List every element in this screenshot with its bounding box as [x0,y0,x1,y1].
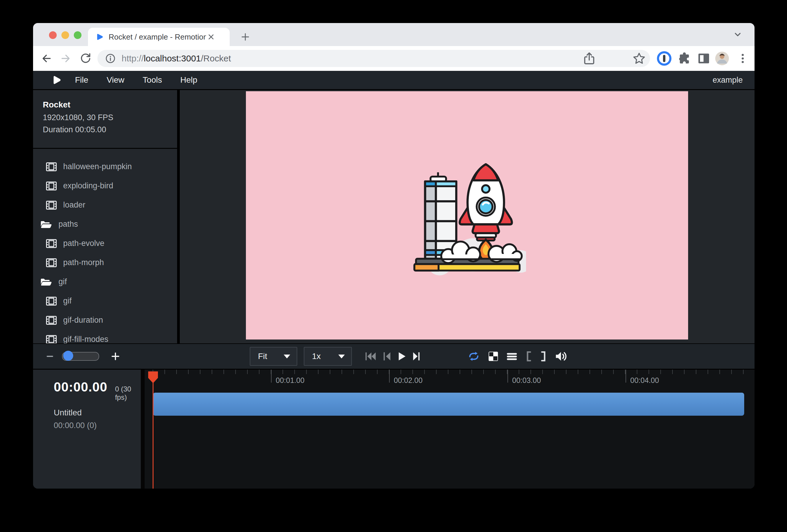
close-window-button[interactable] [49,31,57,39]
tab-title: Rocket / example - Remotion P [109,33,206,42]
new-tab-button[interactable] [238,29,253,44]
composition-item[interactable]: path-morph [33,253,177,272]
film-icon [46,182,57,190]
loop-toggle-icon[interactable] [468,351,480,361]
ruler-label: 00:02.00 [394,376,422,385]
track-name: Untitled [54,408,141,418]
playhead-line[interactable] [153,372,153,489]
tab-search-chevron-icon[interactable] [733,30,743,39]
composition-label: path-evolve [63,239,105,248]
composition-item[interactable]: gif [33,291,177,311]
film-icon [46,258,57,267]
chevron-down-icon [338,355,345,358]
in-point-icon[interactable] [526,351,532,362]
volume-icon[interactable] [555,351,567,362]
address-bar[interactable]: http://localhost:3001/Rocket [98,50,650,67]
folder-open-icon [40,278,52,286]
avatar-icon [715,51,730,66]
zoom-slider-thumb[interactable] [63,351,73,361]
transparency-checkerboard-icon[interactable] [488,351,498,361]
previous-frame-icon[interactable] [383,352,391,361]
fullscreen-window-button[interactable] [74,31,82,39]
site-info-icon[interactable] [105,52,116,64]
skip-to-start-icon[interactable] [365,352,377,361]
composition-list: halloween-pumpkin exploding-bird loader [33,149,177,343]
composition-label: path-morph [63,258,104,267]
film-icon [46,297,57,305]
browser-menu-button[interactable] [737,46,749,71]
side-panel-button[interactable] [697,46,711,71]
minimize-window-button[interactable] [61,31,69,39]
transport-controls [365,344,421,369]
composition-label: gif-duration [63,316,103,325]
timeline-divider [141,370,145,489]
remotion-favicon-icon [95,33,104,41]
ruler-tick [625,370,626,383]
timeline-zoom-slider[interactable] [62,352,99,361]
timeline-track-bar[interactable] [153,393,744,416]
menu-view[interactable]: View [107,75,124,85]
bookmark-button[interactable] [632,46,646,71]
composition-item[interactable]: exploding-bird [33,176,177,195]
share-button[interactable] [583,46,596,71]
composition-canvas[interactable] [246,91,688,340]
onepassword-icon [657,51,672,66]
menu-file[interactable]: File [75,75,88,85]
back-icon[interactable] [41,52,52,65]
browser-tab[interactable]: Rocket / example - Remotion P [88,28,230,46]
composition-duration: Duration 00:05.00 [43,125,177,134]
timeline-zoom-controls [45,344,121,369]
url-path: /Rocket [201,54,231,63]
composition-resolution: 1920x1080, 30 FPS [43,113,177,122]
composition-folder[interactable]: paths [33,215,177,234]
folder-open-icon [40,220,52,229]
timeline-ruler[interactable] [153,370,754,374]
timeline-tracks-icon[interactable] [507,352,517,361]
chevron-down-icon [284,355,290,358]
plus-icon [240,32,250,42]
composition-item[interactable]: loader [33,195,177,215]
tab-strip: Rocket / example - Remotion P [33,23,754,46]
app-menubar: File View Tools Help example [33,71,754,90]
profile-avatar[interactable] [715,46,730,71]
composition-item[interactable]: path-evolve [33,234,177,253]
player-toggle-controls [468,344,567,369]
menu-help[interactable]: Help [180,75,197,85]
composition-item[interactable]: gif-fill-modes [33,330,177,343]
menu-tools[interactable]: Tools [143,75,162,85]
out-point-icon[interactable] [540,351,547,362]
composition-folder[interactable]: gif [33,272,177,291]
reload-icon[interactable] [79,52,92,65]
browser-toolbar: http://localhost:3001/Rocket [33,46,754,71]
timeline-info-panel: 00:00.00 0 (30 fps) Untitled 00:00.00 (0… [33,370,141,489]
zoom-in-icon[interactable] [110,351,121,362]
track-range: 00:00.00 (0) [54,421,141,430]
next-frame-icon[interactable] [412,352,421,361]
forward-icon[interactable] [60,52,71,65]
current-frame-info: 0 (30 fps) [115,385,141,402]
composition-label: loader [63,200,85,210]
film-icon [46,239,57,248]
ruler-label: 00:04.00 [630,376,659,385]
side-panel-icon [697,51,711,66]
share-icon [583,51,596,66]
remotion-logo-icon[interactable] [52,75,61,85]
composition-item[interactable]: halloween-pumpkin [33,157,177,176]
url-text: http://localhost:3001/Rocket [122,54,231,63]
play-icon[interactable] [397,352,406,361]
tab-close-icon[interactable] [207,33,215,41]
onepassword-extension-button[interactable] [657,46,672,71]
canvas-size-select[interactable]: Fit [250,344,297,369]
composition-item[interactable]: gif-duration [33,311,177,330]
extensions-button[interactable] [677,46,692,71]
playback-speed-select[interactable]: 1x [304,344,352,369]
size-select-value: Fit [258,352,284,361]
zoom-out-icon[interactable] [45,351,55,361]
current-timecode: 00:00.00 [54,380,107,395]
player-controls-bar: Fit 1x [33,343,754,370]
puzzle-icon [677,51,692,66]
timeline-track-area[interactable]: 00:01.00 00:02.00 00:03.00 00:04.00 [145,370,754,489]
film-icon [46,162,57,171]
playhead-handle[interactable] [148,371,158,383]
project-name-label: example [712,76,743,85]
